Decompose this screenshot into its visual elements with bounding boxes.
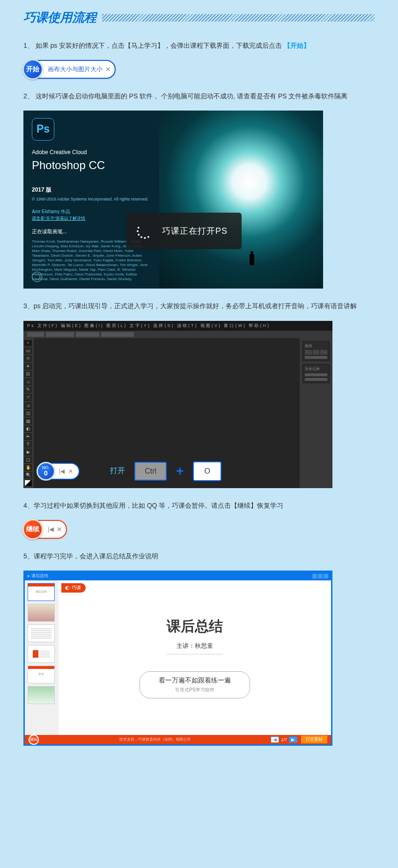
eyedropper-tool-icon[interactable]: ⌕ [24,378,32,385]
text-tool-icon[interactable]: T [24,441,32,448]
step-1-body: 1、 如果 ps 安装好的情况下，点击【马上学习】，会弹出课程下载界面，下载完成… [23,42,282,49]
slide-content: 巧课 课后总结 主讲：秋思童 看一万遍不如跟着练一遍 引导式PS学习软件 [59,580,331,735]
window-title: ▸ 课后总结 [28,573,48,579]
minimize-icon[interactable] [312,574,317,579]
splash-version: 2017 版 [32,186,151,194]
color-panel[interactable]: 颜色 [302,341,330,361]
slide-thumbnails[interactable]: 课后总结 作业 [25,580,59,735]
slide-title: 课后总结 [167,617,223,636]
close-icon[interactable]: ✕ [105,66,111,73]
slider[interactable] [305,356,327,359]
action-label: 打开 [110,466,125,476]
prev-icon[interactable]: |◀ [59,468,65,475]
slide-thumb[interactable] [28,624,55,642]
photoshop-splash: Ps Adobe Creative Cloud Photoshop CC 201… [23,111,323,289]
splash-artwork [159,111,323,289]
loading-text: 巧课正在打开PS [162,225,228,237]
person-silhouette-icon [250,254,254,265]
gradient-tool-icon[interactable]: ▤ [24,418,32,424]
ps-options-bar[interactable] [23,331,332,338]
summary-footer: 继续 技术支持：巧课教育科技（深圳）有限公司 ◀ 1/7 ▶ 打开素材 [25,735,331,744]
photoshop-logo-icon: Ps [32,118,54,141]
splash-copyright: © 1990-2016 Adobe Systems Incorporated. … [32,197,151,202]
slide-thumb[interactable] [28,604,55,622]
color-swatch-icon[interactable] [24,480,32,486]
slide-speaker: 主讲：秋思童 [167,642,223,654]
start-pill[interactable]: 开始 画布大小与图片大小 ✕ [23,60,116,79]
maximize-icon[interactable] [318,574,323,579]
ps-tools-panel[interactable]: + ▭ ⊃ ✦ ⊡ ⌕ ✎ 〃 ⍟ ◫ ▤ ◐ ✒ T ▶ ▢ ✋ 🔍 [23,338,34,488]
step-3-text: 3、ps 启动完，巧课出现引导，正式进入学习，大家按提示操作就好，务必带上耳机或… [23,300,375,312]
option-item[interactable] [76,332,99,337]
wand-tool-icon[interactable]: ✦ [24,363,32,370]
title-decoration [102,14,375,22]
step-4-text: 4、学习过程中如果切换到其他应用，比如 QQ 等，巧课会暂停。请点击【继续】恢复… [23,500,375,512]
motto-line-2: 引导式PS学习软件 [159,687,231,693]
prev-arrow-icon[interactable]: ◀ [271,736,279,743]
continue-pill[interactable]: 继续 |◀ ✕ [23,520,67,539]
option-item[interactable] [101,332,134,337]
start-pill-label: 画布大小与图片大小 [48,65,103,74]
crop-tool-icon[interactable]: ⊡ [24,371,32,378]
open-material-button[interactable]: 打开素材 [301,735,327,743]
slider[interactable] [305,373,327,376]
ps-menubar[interactable]: Ps 文件(F) 编辑(E) 图像(I) 图层(L) 文字(Y) 选择(S) 滤… [23,321,332,331]
move-tool-icon[interactable]: + [24,340,32,347]
prev-icon[interactable]: |◀ [48,526,54,533]
brush-tool-icon[interactable]: 〃 [24,394,32,401]
close-icon[interactable]: ✕ [68,468,73,475]
continue-button[interactable]: 继续 [22,519,43,540]
step-5-text: 5、课程学习完毕，会进入课后总结及作业说明 [23,550,375,562]
footer-copyright: 技术支持：巧课教育科技（深圳）有限公司 [119,737,191,742]
slide-thumb[interactable]: 课后总结 [28,583,55,601]
shape-tool-icon[interactable]: ▢ [24,457,32,463]
step-1-text: 1、 如果 ps 安装好的情况下，点击【马上学习】，会弹出课程下载界面，下载完成… [23,40,375,52]
loading-overlay: 巧课正在打开PS [126,213,242,249]
qiaoke-logo: 巧课 [61,583,86,593]
path-tool-icon[interactable]: ▶ [24,449,32,455]
tutorial-overlay: NO. 0 |◀ ✕ 打开 Ctrl + O [37,461,318,481]
step-number-badge: NO. 0 [37,462,55,481]
hand-tool-icon[interactable]: ✋ [24,464,32,471]
photoshop-ui: Ps 文件(F) 编辑(E) 图像(I) 图层(L) 文字(Y) 选择(S) 滤… [23,321,332,488]
marquee-tool-icon[interactable]: ▭ [24,348,32,354]
page-title: 巧课使用流程 [23,9,96,26]
history-panel[interactable]: 历史记录 [302,364,330,383]
plus-icon: + [176,464,184,479]
eraser-tool-icon[interactable]: ◫ [24,410,32,417]
spinner-icon [137,223,153,239]
slide-thumb[interactable] [28,645,55,663]
slide-thumb[interactable] [28,686,55,704]
pen-tool-icon[interactable]: ✒ [24,433,32,440]
lasso-tool-icon[interactable]: ⊃ [24,356,32,362]
key-ctrl: Ctrl [134,462,167,481]
start-button[interactable]: 开始 [22,59,43,80]
slide-motto: 看一万遍不如跟着练一遍 引导式PS学习软件 [140,671,250,698]
summary-window: ▸ 课后总结 课后总结 作业 巧课 课后总结 主讲：秋思童 看一万遍不如跟着练一… [23,571,332,746]
option-item[interactable] [46,332,74,337]
page-navigation[interactable]: ◀ 1/7 ▶ [271,736,297,743]
window-titlebar[interactable]: ▸ 课后总结 [25,572,331,580]
heal-tool-icon[interactable]: ✎ [24,386,32,393]
splash-product-name: Photoshop CC [32,158,151,172]
page-indicator: 1/7 [281,737,287,742]
blur-tool-icon[interactable]: ◐ [24,426,32,432]
close-icon[interactable] [324,574,328,579]
next-arrow-icon[interactable]: ▶ [289,736,297,743]
splash-left-panel: Ps Adobe Creative Cloud Photoshop CC 201… [23,111,159,289]
slider[interactable] [305,378,327,381]
close-icon[interactable]: ✕ [57,526,62,533]
stamp-tool-icon[interactable]: ⍟ [24,402,32,409]
option-item[interactable] [27,332,44,337]
key-o: O [193,461,221,481]
slide-thumb[interactable]: 作业 [28,666,55,683]
zoom-tool-icon[interactable]: 🔍 [24,472,32,479]
motto-line-1: 看一万遍不如跟着练一遍 [159,676,231,685]
step-1-link: 【开始】 [284,42,310,49]
step-number-pill[interactable]: NO. 0 |◀ ✕ [37,463,80,480]
step-2-text: 2、 这时候巧课会启动你电脑里面的 PS 软件， 个别电脑可能启动不成功, 请查… [23,90,375,102]
footer-continue-button[interactable]: 继续 [29,734,39,745]
splash-subtitle: Adobe Creative Cloud [32,149,151,156]
